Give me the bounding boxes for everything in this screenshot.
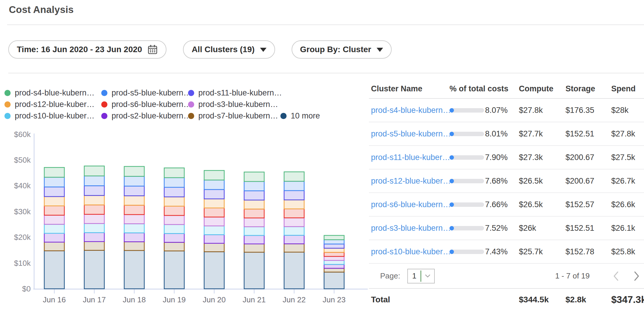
pct-progress-bar	[450, 155, 484, 160]
bar-segment	[324, 268, 344, 272]
bar-segment	[124, 196, 144, 205]
legend-item[interactable]: 10 more	[280, 111, 320, 121]
legend-label: prod-s7-blue-kubern…	[198, 111, 278, 121]
table-total-row: Total $344.5k $2.8k $347.3k	[369, 289, 644, 310]
legend-dot-icon	[101, 101, 107, 108]
storage-value: $176.35	[565, 106, 611, 115]
legend-item[interactable]: prod-s3-blue-kubern…	[188, 100, 280, 109]
legend-label: prod-s3-blue-kubern…	[198, 100, 278, 109]
next-page-chevron-icon[interactable]	[633, 271, 640, 281]
legend-dot-icon	[280, 113, 287, 119]
pct-progress-bar	[450, 108, 484, 113]
compute-value: $27.8k	[519, 106, 565, 115]
cluster-name-link[interactable]: prod-s11-blue-kuber…	[371, 153, 450, 162]
spend-value: $28k	[611, 106, 642, 115]
table-row: prod-s6-blue-kubern…7.66%$26.5k$152.57$2…	[369, 193, 644, 217]
y-axis-tick-label: $50k	[14, 156, 31, 164]
table-header-row: Cluster Name % of total costs Compute St…	[369, 80, 644, 99]
bar-segment	[164, 168, 184, 178]
bar-segment	[84, 224, 104, 233]
bar-segment	[204, 208, 224, 217]
bar-segment	[124, 166, 144, 176]
time-range-filter[interactable]: Time: 16 Jun 2020 - 23 Jun 2020	[8, 40, 166, 59]
x-axis-tick-label: Jun 17	[83, 295, 106, 304]
pagination-bar: Page: 1 1 - 7 of 19	[369, 264, 644, 289]
filters-divider	[8, 73, 644, 73]
bar-segment	[244, 182, 264, 191]
bar-segment	[124, 250, 144, 289]
legend-item[interactable]: prod-s4-blue-kubern…	[4, 88, 101, 98]
compute-value: $27.7k	[519, 129, 565, 138]
pct-of-total-cell: 7.90%	[450, 153, 519, 162]
storage-value: $200.67	[565, 153, 611, 162]
x-axis-tick-label: Jun 22	[283, 295, 306, 304]
bar-segment	[244, 218, 264, 227]
table-body: prod-s4-blue-kubern…8.07%$27.8k$176.35$2…	[369, 99, 644, 264]
bar-segment	[164, 242, 184, 251]
clusters-filter-label: All Clusters (19)	[192, 45, 254, 54]
bar-segment	[164, 215, 184, 225]
header-divider	[7, 24, 644, 25]
cluster-name-link[interactable]: prod-s5-blue-kubern…	[371, 129, 451, 138]
storage-value: $152.51	[565, 224, 611, 233]
total-spend: $347.3k	[611, 294, 642, 305]
clusters-filter-dropdown[interactable]: All Clusters (19)	[183, 40, 275, 59]
bar-segment	[324, 252, 344, 256]
bar-segment	[84, 250, 104, 289]
legend-dot-icon	[4, 113, 11, 119]
y-axis-tick-label: $30k	[14, 207, 31, 216]
legend-label: prod-s5-blue-kubern…	[112, 88, 191, 98]
x-axis-tick-label: Jun 16	[43, 295, 66, 304]
cluster-name-link[interactable]: prod-s6-blue-kubern…	[371, 200, 451, 209]
bar-segment	[84, 176, 104, 186]
col-header-spend: Spend	[611, 84, 642, 93]
legend-item[interactable]: prod-s7-blue-kubern…	[188, 111, 280, 121]
x-axis-tick-label: Jun 18	[123, 295, 146, 304]
chevron-down-icon	[260, 48, 267, 52]
total-compute: $344.5k	[519, 295, 565, 304]
legend-item[interactable]: prod-s5-blue-kubern…	[101, 88, 188, 98]
page-select[interactable]: 1	[407, 269, 435, 283]
legend-dot-icon	[4, 90, 11, 96]
cluster-name-link[interactable]: prod-s12-blue-kuber…	[371, 177, 451, 185]
bar-segment	[284, 227, 304, 235]
y-axis-tick-label: $60k	[14, 131, 31, 139]
cluster-name-link[interactable]: prod-s4-blue-kubern…	[371, 106, 451, 115]
pct-of-total-cell: 7.68%	[450, 177, 519, 186]
x-axis-tick-label: Jun 19	[163, 295, 186, 304]
cluster-name-link[interactable]: prod-s10-blue-kuber…	[371, 247, 451, 256]
table-row: prod-s11-blue-kuber…7.90%$27.3k$200.67$2…	[369, 146, 644, 169]
pct-value: 7.90%	[484, 153, 508, 162]
pct-progress-bar	[450, 132, 484, 136]
pct-value: 7.43%	[484, 247, 508, 256]
bar-segment	[164, 178, 184, 187]
pct-progress-bar	[450, 250, 484, 254]
page-title: Cost Analysis	[9, 4, 74, 15]
legend-label: 10 more	[291, 111, 320, 121]
bar-segment	[324, 244, 344, 248]
bar-segment	[324, 240, 344, 244]
bar-segment	[244, 235, 264, 244]
bar-segment	[84, 166, 104, 176]
prev-page-chevron-icon[interactable]	[613, 271, 619, 281]
table-row: prod-s5-blue-kubern…8.01%$27.7k$152.51$2…	[369, 122, 644, 146]
legend-item[interactable]: prod-s6-blue-kubern…	[101, 100, 188, 109]
bar-segment	[124, 176, 144, 186]
table-row: prod-s10-blue-kuber…7.43%$25.7k$152.78$2…	[369, 240, 644, 264]
chart-legend: prod-s4-blue-kubern…prod-s5-blue-kubern……	[4, 87, 320, 122]
chart-canvas: $0$10k$20k$30k$40k$50k$60kJun 16Jun 17Ju…	[0, 131, 369, 310]
y-axis-tick-label: $10k	[14, 259, 31, 268]
bar-segment	[204, 199, 224, 208]
legend-item[interactable]: prod-s10-blue-kuber…	[4, 111, 101, 121]
col-header-cluster-name: Cluster Name	[371, 84, 450, 93]
legend-item[interactable]: prod-s11-blue-kubern…	[188, 88, 280, 98]
legend-item[interactable]: prod-s12-blue-kuber…	[4, 100, 101, 109]
table-row: prod-s3-blue-kubern…7.52%$26k$152.51$26.…	[369, 217, 644, 240]
group-by-dropdown[interactable]: Group By: Cluster	[292, 40, 392, 59]
cluster-name-link[interactable]: prod-s3-blue-kubern…	[371, 224, 451, 233]
legend-dot-icon	[4, 101, 11, 108]
cluster-cost-table: Cluster Name % of total costs Compute St…	[369, 80, 644, 310]
bar-segment	[244, 244, 264, 252]
bar-segment	[204, 226, 224, 235]
legend-item[interactable]: prod-s2-blue-kubern…	[101, 111, 188, 121]
